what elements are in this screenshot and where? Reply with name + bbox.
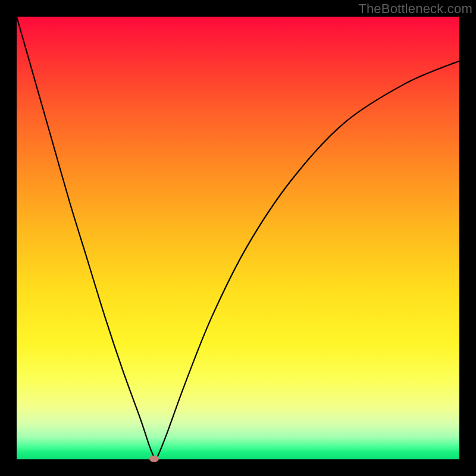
plot-area xyxy=(17,17,459,459)
watermark-text: TheBottleneck.com xyxy=(358,1,472,17)
curve-svg xyxy=(17,17,459,459)
curve-path xyxy=(17,17,459,459)
chart-frame: TheBottleneck.com xyxy=(0,0,476,476)
